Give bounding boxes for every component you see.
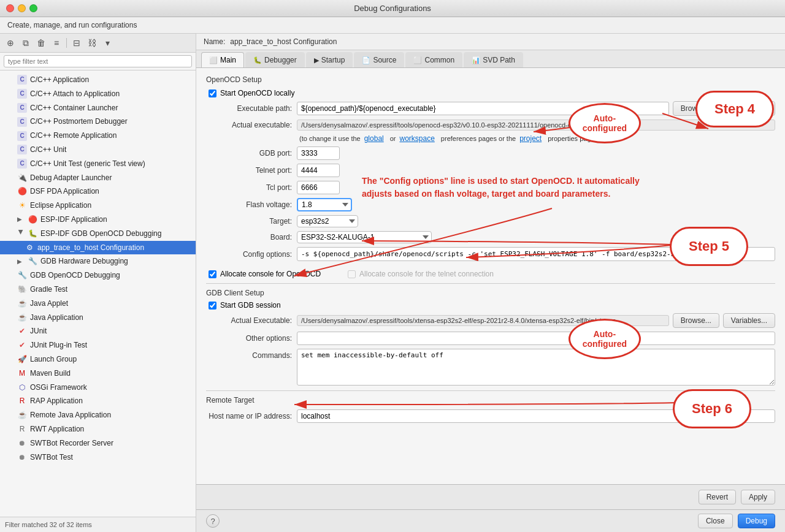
executable-path-input[interactable] — [297, 102, 669, 115]
list-item[interactable]: C C/C++ Unit Test (generic Test view) — [0, 157, 196, 171]
telnet-port-control — [297, 164, 775, 177]
other-options-input[interactable] — [297, 332, 775, 345]
tab-debugger[interactable]: 🐛 Debugger — [245, 52, 305, 67]
global-link[interactable]: global — [364, 134, 384, 143]
list-item[interactable]: R RWT Application — [0, 422, 196, 436]
list-item[interactable]: C C/C++ Postmortem Debugger — [0, 115, 196, 129]
esp-icon: 🔴 — [28, 215, 37, 224]
list-item[interactable]: ☕ Java Application — [0, 311, 196, 325]
gdb-variables-button[interactable]: Variables... — [723, 313, 775, 328]
list-item[interactable]: ☕ Java Applet — [0, 297, 196, 311]
list-item-label: JUnit — [30, 326, 47, 336]
list-item[interactable]: M Maven Build — [0, 367, 196, 381]
actual-executable-label: Actual executable: — [206, 121, 292, 129]
debug-button[interactable]: Debug — [738, 514, 775, 528]
list-item[interactable]: C C/C++ Unit — [0, 143, 196, 157]
gdb-port-label: GDB port: — [206, 149, 292, 158]
filter-input[interactable] — [4, 55, 192, 67]
close-button[interactable]: Close — [698, 514, 733, 528]
list-item-esp-idf-gdb[interactable]: ▶ 🐛 ESP-IDF GDB OpenOCD Debugging — [0, 227, 196, 241]
list-item[interactable]: ⏺ SWTBot Test — [0, 450, 196, 465]
svd-tab-icon: 📊 — [472, 56, 480, 64]
list-item[interactable]: C C/C++ Application — [0, 73, 196, 87]
revert-button[interactable]: Revert — [699, 490, 736, 504]
allocate-console-checkbox[interactable] — [209, 270, 216, 278]
start-openocd-checkbox[interactable] — [209, 89, 216, 97]
actual-executable-row: Actual executable: /Users/denysalmazov/.… — [206, 120, 775, 131]
list-item[interactable]: ⏺ SWTBot Recorder Server — [0, 436, 196, 450]
new-config-button[interactable]: ⊕ — [4, 36, 17, 50]
list-item-label: C/C++ Attach to Application — [30, 89, 120, 99]
tab-source[interactable]: 📄 Source — [354, 52, 404, 67]
list-item-label: Eclipse Application — [30, 200, 91, 211]
tab-main-label: Main — [220, 56, 236, 64]
list-item[interactable]: 🔌 Debug Adapter Launcher — [0, 171, 196, 185]
gdb-actual-exe-value: /Users/denysalmazov/.espressif/tools/xte… — [297, 315, 669, 326]
tab-svd[interactable]: 📊 SVD Path — [464, 52, 523, 67]
collapse-button[interactable]: ⊟ — [70, 36, 83, 50]
maximize-window-button[interactable] — [29, 4, 37, 12]
list-item[interactable]: C C/C++ Attach to Application — [0, 87, 196, 101]
debugger-tab-icon: 🐛 — [253, 56, 262, 64]
tab-common[interactable]: ⬜ Common — [405, 52, 462, 67]
list-item[interactable]: C C/C++ Container Launcher — [0, 101, 196, 115]
gdb-browse-button[interactable]: Browse... — [673, 313, 719, 328]
tab-main[interactable]: ⬜ Main — [201, 52, 244, 67]
list-item-app-trace[interactable]: ⚙ app_trace_to_host Configuration — [0, 241, 196, 255]
list-item-rap[interactable]: R RAP Application — [0, 394, 196, 408]
config-options-input[interactable] — [297, 247, 775, 261]
duplicate-config-button[interactable]: ⧉ — [19, 36, 33, 50]
minimize-window-button[interactable] — [18, 4, 26, 12]
host-label: Host name or IP address: — [206, 412, 292, 420]
window-controls[interactable] — [6, 4, 37, 12]
target-select[interactable]: esp32 esp32s2 esp32s3 esp32c3 — [297, 215, 358, 227]
host-input[interactable] — [297, 409, 775, 423]
telnet-port-input[interactable] — [297, 164, 340, 177]
list-item-label: DSF PDA Application — [30, 186, 99, 197]
list-item[interactable]: ☕ Remote Java Application — [0, 408, 196, 422]
board-select[interactable]: ESP32-S2-KALUGA-1 custom — [297, 231, 432, 243]
project-link[interactable]: project — [519, 134, 542, 143]
list-item[interactable]: ▶ 🔴 ESP-IDF Application — [0, 213, 196, 227]
variables-button-1[interactable]: Variables... — [723, 101, 775, 116]
browse-button-1[interactable]: Browse... — [673, 101, 719, 116]
gdb-port-input[interactable] — [297, 146, 340, 160]
c-icon: C — [17, 117, 27, 127]
config-name: app_trace_to_host Configuration — [230, 37, 337, 46]
list-item[interactable]: C C/C++ Remote Application — [0, 129, 196, 143]
workspace-link[interactable]: workspace — [400, 134, 435, 143]
c-icon: C — [17, 131, 27, 141]
list-item-label: Launch Group — [30, 354, 77, 365]
list-item[interactable]: 🔧 GDB OpenOCD Debugging — [0, 268, 196, 283]
allocate-telnet-checkbox[interactable] — [348, 270, 356, 278]
list-item[interactable]: ⬡ OSGi Framework — [0, 381, 196, 395]
close-window-button[interactable] — [6, 4, 14, 12]
filter-button[interactable]: ≡ — [50, 36, 63, 50]
flash-voltage-select[interactable]: default 1.8 3.3 — [297, 198, 352, 211]
list-item-label: C/C++ Application — [30, 75, 89, 85]
list-item[interactable]: ☀ Eclipse Application — [0, 199, 196, 213]
list-item-launch-group[interactable]: 🚀 Launch Group — [0, 352, 196, 367]
list-item[interactable]: ▶ 🔧 GDB Hardware Debugging — [0, 254, 196, 268]
list-item[interactable]: ✔ JUnit Plug-in Test — [0, 338, 196, 352]
c-icon: C — [17, 89, 27, 99]
commands-control: set mem inaccessible-by-default off — [297, 349, 775, 386]
commands-input[interactable]: set mem inaccessible-by-default off — [297, 349, 775, 386]
actual-executable-control: /Users/denysalmazov/.espressif/tools/ope… — [297, 120, 775, 131]
title-bar: Debug Configurations — [0, 0, 785, 17]
list-item[interactable]: 🐘 Gradle Test — [0, 283, 196, 297]
board-label: Board: — [206, 233, 292, 241]
start-gdb-checkbox[interactable] — [209, 302, 216, 310]
list-item[interactable]: 🔴 DSF PDA Application — [0, 184, 196, 199]
list-item[interactable]: ✔ JUnit — [0, 324, 196, 338]
tab-startup[interactable]: ▶ Startup — [306, 52, 353, 67]
apply-button[interactable]: Apply — [741, 490, 775, 504]
gradle-icon: 🐘 — [17, 284, 27, 294]
link-button[interactable]: ⛓ — [85, 36, 99, 50]
filter-count: Filter matched 32 of 32 items — [5, 521, 92, 528]
delete-config-button[interactable]: 🗑 — [34, 36, 48, 50]
view-menu-button[interactable]: ▾ — [101, 36, 114, 50]
tcl-port-input[interactable] — [297, 181, 340, 194]
help-button[interactable]: ? — [206, 514, 220, 528]
properties-text: properties page) — [548, 135, 597, 142]
